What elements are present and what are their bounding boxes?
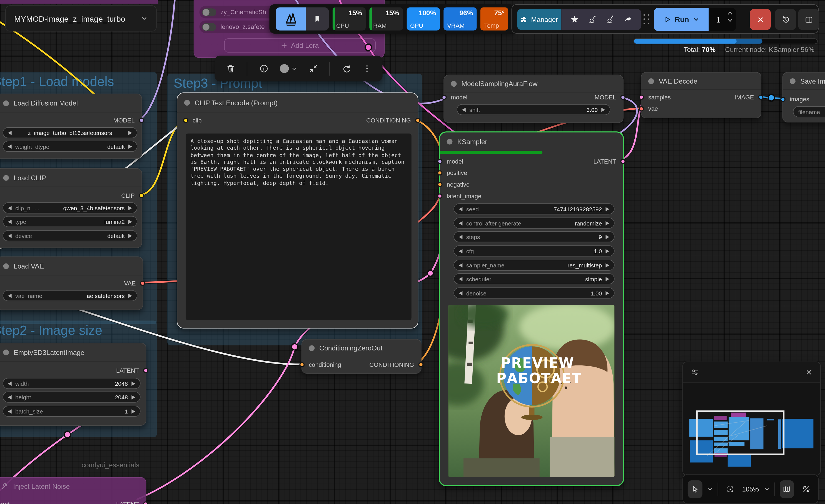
- node-model-sampling-auraflow[interactable]: ModelSamplingAuraFlow model MODEL shift …: [444, 75, 623, 123]
- widget-device[interactable]: device default: [2, 230, 137, 241]
- output-slot-conditioning[interactable]: [418, 362, 424, 367]
- star-icon[interactable]: [570, 15, 579, 24]
- increment-arrow[interactable]: [605, 207, 609, 211]
- node-graph-canvas[interactable]: Step1 - Load models Step2 - Image size S…: [0, 0, 825, 504]
- more-options-button[interactable]: [362, 64, 371, 73]
- decrement-arrow[interactable]: [459, 221, 462, 225]
- cancel-run-button[interactable]: [750, 9, 771, 30]
- input-slot-model[interactable]: [437, 159, 442, 164]
- increment-arrow[interactable]: [605, 235, 609, 239]
- lora-toggle[interactable]: [202, 8, 216, 16]
- add-lora-button[interactable]: Add Lora: [224, 38, 376, 53]
- widget-height[interactable]: height 2048: [2, 392, 140, 403]
- increment-arrow[interactable]: [132, 395, 135, 399]
- output-slot-latent[interactable]: [620, 159, 625, 164]
- increment-arrow[interactable]: [132, 381, 135, 386]
- output-slot-model[interactable]: [139, 118, 144, 123]
- bookmark-button[interactable]: [306, 7, 329, 30]
- node-load-diffusion-model[interactable]: Load Diffusion Model MODEL z_image_turbo…: [0, 94, 142, 159]
- decrement-arrow[interactable]: [459, 235, 462, 239]
- minimap-panel[interactable]: [682, 361, 821, 476]
- input-slot-samples[interactable]: [639, 95, 644, 100]
- sidebar-toggle-button[interactable]: [798, 9, 819, 30]
- minimap-viewport[interactable]: [696, 410, 784, 455]
- comfy-logo-button[interactable]: [276, 7, 306, 30]
- decrement-arrow[interactable]: [8, 234, 11, 238]
- prompt-textarea[interactable]: A close-up shot depicting a Caucasian ma…: [185, 134, 411, 320]
- increment-arrow[interactable]: [128, 131, 132, 135]
- widget-filename[interactable]: filename: [793, 106, 825, 117]
- node-info-button[interactable]: [259, 64, 269, 74]
- node-clip-text-encode[interactable]: CLIP Text Encode (Prompt) clip CONDITION…: [177, 92, 418, 329]
- output-slot-image[interactable]: [758, 95, 764, 100]
- minimap-settings-icon[interactable]: [690, 368, 699, 376]
- run-options-chevron-icon[interactable]: [692, 16, 700, 23]
- increment-chevron-icon[interactable]: [727, 11, 733, 15]
- widget-width[interactable]: width 2048: [2, 378, 140, 389]
- node-empty-sd3-latent[interactable]: EmptySD3LatentImage LATENT width 2048 he…: [0, 343, 146, 426]
- widget-unet-name[interactable]: z_image_turbo_bf16.safetensors: [2, 127, 137, 138]
- output-slot-latent[interactable]: [143, 368, 148, 373]
- node-conditioning-zero-out[interactable]: ConditioningZeroOut conditioning CONDITI…: [301, 339, 422, 374]
- decrement-arrow[interactable]: [8, 409, 11, 413]
- input-slot-negative[interactable]: [437, 182, 442, 187]
- output-slot-vae[interactable]: [140, 281, 145, 286]
- toggle-links-button[interactable]: [799, 480, 814, 498]
- node-header[interactable]: VAE Decode: [641, 73, 761, 90]
- decrement-arrow[interactable]: [459, 249, 462, 253]
- input-slot-positive[interactable]: [437, 170, 442, 175]
- increment-arrow[interactable]: [605, 276, 609, 281]
- node-header[interactable]: Load Diffusion Model: [0, 94, 141, 112]
- widget-batch-size[interactable]: batch_size 1: [2, 406, 140, 417]
- input-slot-model[interactable]: [442, 95, 447, 100]
- input-slot-conditioning[interactable]: [299, 362, 305, 367]
- decrement-arrow[interactable]: [459, 276, 462, 281]
- node-header[interactable]: KSampler: [440, 133, 623, 151]
- vacuum-alt-icon[interactable]: [605, 15, 615, 24]
- increment-arrow[interactable]: [605, 291, 609, 295]
- decrement-arrow[interactable]: [462, 107, 465, 112]
- decrement-chevron-icon[interactable]: [727, 18, 733, 22]
- node-header[interactable]: Load CLIP: [0, 169, 141, 187]
- node-load-clip[interactable]: Load CLIP CLIP clip_n … qwen_3_4b.safete…: [0, 168, 142, 248]
- output-slot-conditioning[interactable]: [415, 118, 421, 123]
- widget-vae-name[interactable]: vae_name ae.safetensors: [2, 290, 137, 301]
- decrement-arrow[interactable]: [8, 144, 11, 149]
- vacuum-icon[interactable]: [588, 15, 597, 24]
- decrement-arrow[interactable]: [459, 263, 462, 267]
- decrement-arrow[interactable]: [459, 207, 462, 211]
- node-color-picker[interactable]: [280, 64, 297, 73]
- widget-shift[interactable]: shift 3.00: [457, 104, 610, 115]
- toolbar-drag-handle[interactable]: [644, 14, 651, 26]
- widget-seed[interactable]: seed 747412199282592: [453, 203, 614, 215]
- collapse-node-button[interactable]: [308, 64, 318, 74]
- input-slot-images[interactable]: [780, 97, 785, 102]
- lora-toggle[interactable]: [202, 23, 216, 30]
- widget-clip-name[interactable]: clip_n … qwen_3_4b.safetensors: [2, 202, 137, 214]
- increment-arrow[interactable]: [128, 144, 132, 149]
- node-options-toolbar[interactable]: [215, 56, 383, 82]
- widget-denoise[interactable]: denoise 1.00: [453, 287, 614, 299]
- decrement-arrow[interactable]: [8, 293, 11, 298]
- manager-button[interactable]: Manager: [517, 9, 561, 30]
- widget-cfg[interactable]: cfg 1.0: [453, 246, 614, 257]
- zoom-level-value[interactable]: 105%: [742, 485, 759, 493]
- input-slot-latent-image[interactable]: [437, 193, 442, 198]
- node-header[interactable]: CLIP Text Encode (Prompt): [177, 93, 418, 112]
- workflow-selector[interactable]: MYMOD-image_z_image_turbo: [5, 5, 157, 32]
- increment-arrow[interactable]: [128, 220, 132, 224]
- zoom-chevron-icon[interactable]: [764, 486, 769, 492]
- share-arrow-icon[interactable]: [623, 15, 633, 24]
- delete-node-button[interactable]: [226, 64, 236, 74]
- widget-steps[interactable]: steps 9: [453, 231, 614, 242]
- decrement-arrow[interactable]: [8, 220, 11, 224]
- fit-view-button[interactable]: [723, 480, 738, 498]
- increment-arrow[interactable]: [128, 234, 132, 238]
- widget-type[interactable]: type lumina2: [2, 216, 137, 227]
- increment-arrow[interactable]: [128, 206, 132, 210]
- batch-count-input[interactable]: 1: [709, 8, 736, 31]
- widget-control-after-generate[interactable]: control after generate randomize: [453, 218, 614, 229]
- input-slot-vae[interactable]: [639, 106, 644, 111]
- node-vae-decode[interactable]: VAE Decode samples IMAGE vae: [641, 72, 761, 118]
- rerun-node-button[interactable]: [341, 64, 351, 74]
